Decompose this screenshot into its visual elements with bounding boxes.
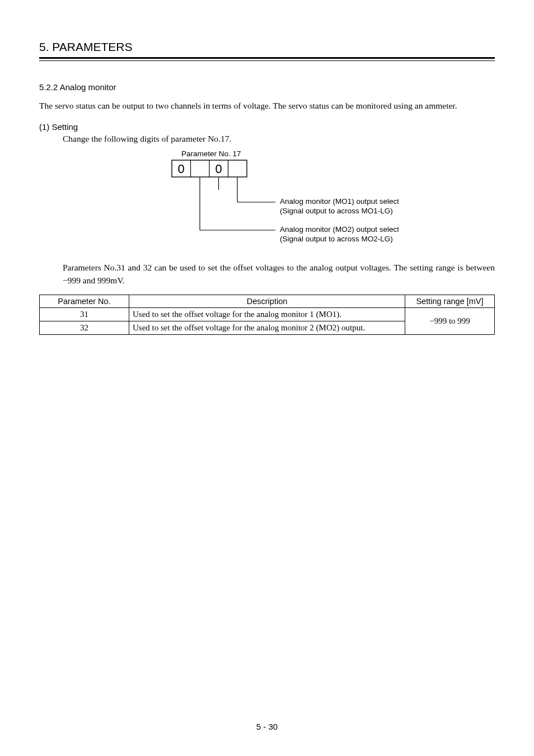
table-row: 31 Used to set the offset voltage for th…	[40, 308, 495, 321]
note2-line1: Analog monitor (MO2) output selection	[280, 225, 399, 234]
subsection-number: 5.2.2	[39, 82, 58, 92]
header-divider	[39, 57, 495, 61]
note2-line2: (Signal output to across MO2-LG)	[280, 235, 393, 243]
cell-desc: Used to set the offset voltage for the a…	[129, 321, 405, 335]
document-page: 5. PARAMETERS 5.2.2 Analog monitor The s…	[0, 0, 534, 756]
cell-desc: Used to set the offset voltage for the a…	[129, 308, 405, 321]
parameter-table: Parameter No. Description Setting range …	[39, 295, 495, 335]
item-description: Change the following digits of parameter…	[63, 134, 495, 144]
section-title: 5. PARAMETERS	[39, 40, 495, 54]
header-range: Setting range [mV]	[405, 295, 495, 308]
subsection-title: Analog monitor	[60, 82, 116, 92]
diagram-caption: Parameter No. 17	[181, 150, 241, 158]
page-number: 5 - 30	[0, 722, 534, 731]
table-header-row: Parameter No. Description Setting range …	[40, 295, 495, 308]
item-heading: (1) Setting	[39, 122, 495, 132]
header-description: Description	[129, 295, 405, 308]
intro-paragraph: The servo status can be output to two ch…	[39, 100, 495, 112]
note1-line1: Analog monitor (MO1) output selection	[280, 197, 399, 206]
subsection-heading: 5.2.2 Analog monitor	[39, 82, 495, 92]
digit-1: 0	[177, 162, 184, 176]
digit-3: 0	[215, 162, 222, 176]
note1-line2: (Signal output to across MO1-LG)	[280, 207, 393, 215]
parameter-diagram: Parameter No. 17 0 0 Analog monitor (MO1…	[63, 148, 495, 251]
cell-param-no: 31	[40, 308, 129, 321]
cell-param-no: 32	[40, 321, 129, 335]
header-parameter-no: Parameter No.	[40, 295, 129, 308]
cell-range: −999 to 999	[405, 308, 495, 335]
offset-paragraph: Parameters No.31 and 32 can be used to s…	[63, 262, 495, 287]
